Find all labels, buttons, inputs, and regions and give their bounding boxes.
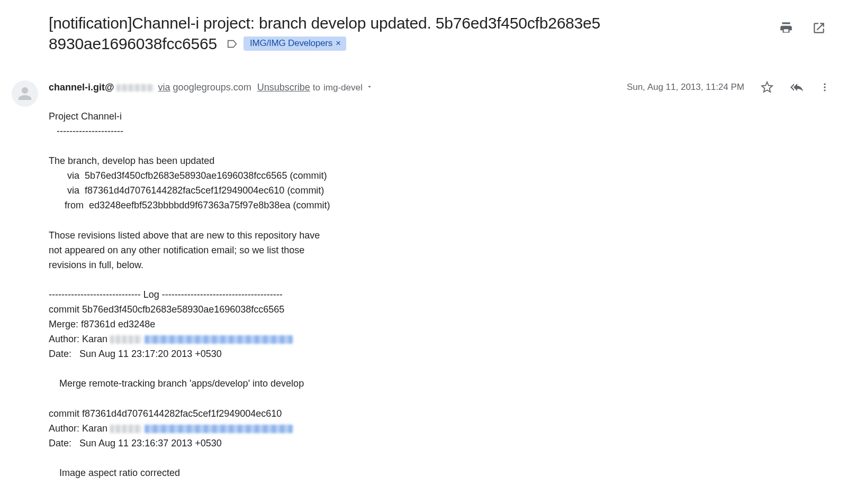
chevron-down-icon: [366, 83, 373, 93]
to-list: img-devel: [323, 83, 363, 93]
svg-point-1: [824, 86, 825, 88]
redacted-email: [145, 425, 293, 433]
via-domain: googlegroups.com: [173, 82, 251, 93]
redacted-domain: [116, 84, 154, 91]
print-icon[interactable]: [779, 21, 793, 35]
redacted-surname: [110, 425, 142, 433]
star-icon[interactable]: [760, 80, 774, 94]
open-new-window-icon[interactable]: [812, 21, 826, 35]
to-prefix: to: [313, 83, 320, 93]
label-text: IMG/IMG Developers: [250, 38, 332, 49]
message-datetime: Sun, Aug 11, 2013, 11:24 PM: [627, 82, 744, 93]
email-subject: [notification]Channel-i project: branch …: [49, 13, 779, 54]
label-remove-icon[interactable]: ×: [336, 38, 341, 49]
avatar[interactable]: [12, 80, 38, 107]
redacted-email: [145, 335, 293, 344]
via-label: via: [158, 82, 170, 93]
label-chip[interactable]: IMG/IMG Developers ×: [244, 36, 346, 50]
subject-text-line2: 8930ae1696038fcc6565: [49, 33, 217, 54]
message-body: Project Channel-i --------------------- …: [49, 109, 830, 480]
unsubscribe-link[interactable]: Unsubscribe: [257, 82, 310, 93]
svg-point-2: [824, 89, 825, 91]
subject-text-line1: [notification]Channel-i project: branch …: [49, 14, 600, 32]
more-menu-icon[interactable]: [819, 80, 830, 94]
redacted-surname: [110, 335, 142, 344]
importance-marker-icon[interactable]: [227, 38, 238, 50]
recipients-toggle[interactable]: to img-devel: [313, 83, 373, 93]
reply-all-icon[interactable]: [790, 80, 804, 94]
sender-name[interactable]: channel-i.git@: [49, 82, 114, 93]
svg-point-0: [824, 84, 825, 85]
